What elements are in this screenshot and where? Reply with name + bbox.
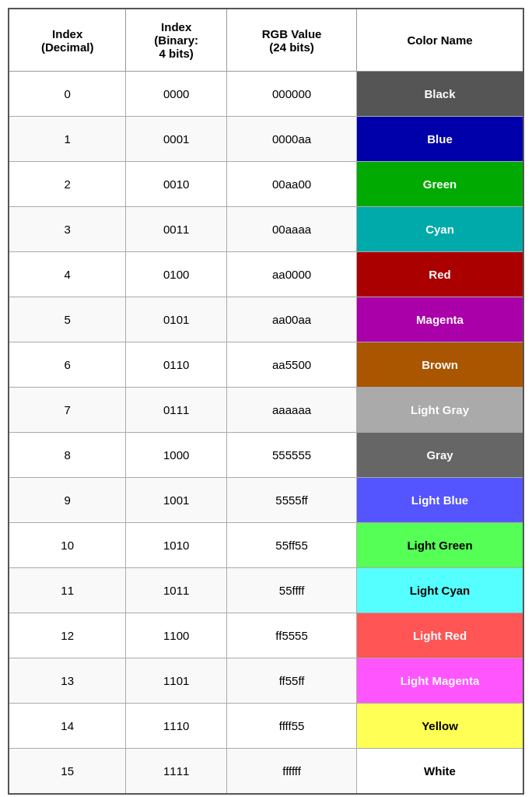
table-row: 3001100aaaaCyan [9,207,523,252]
cell-index-decimal: 8 [9,433,126,478]
cell-rgb: aa5500 [227,342,357,388]
cell-color-name: Blue [357,117,523,162]
color-table: Index(Decimal) Index(Binary:4 bits) RGB … [8,8,524,795]
cell-color-name: Yellow [357,704,523,749]
cell-rgb: ff55ff [227,658,357,704]
table-row: 60110aa5500Brown [9,342,523,388]
cell-index-decimal: 6 [9,342,126,388]
cell-rgb: ff5555 [227,613,357,658]
cell-rgb: ffff55 [227,704,357,749]
cell-rgb: 000000 [227,72,357,117]
cell-color-name: Gray [357,433,523,478]
table-row: 910015555ffLight Blue [9,478,523,523]
table-row: 2001000aa00Green [9,162,523,207]
cell-index-binary: 0000 [126,72,227,117]
cell-rgb: 55ff55 [227,523,357,568]
table-row: 100010000aaBlue [9,117,523,162]
cell-rgb: 00aaaa [227,207,357,252]
header-color-name: Color Name [357,9,523,72]
cell-index-decimal: 3 [9,207,126,252]
cell-index-decimal: 15 [9,749,126,794]
cell-rgb: 55ffff [227,568,357,613]
cell-index-binary: 1101 [126,658,227,704]
cell-color-name: Light Cyan [357,568,523,613]
cell-index-decimal: 10 [9,523,126,568]
cell-color-name: Light Green [357,523,523,568]
cell-index-binary: 0001 [126,117,227,162]
cell-color-name: Light Magenta [357,658,523,704]
cell-index-binary: 1110 [126,704,227,749]
table-row: 11101155ffffLight Cyan [9,568,523,613]
cell-color-name: Light Blue [357,478,523,523]
cell-index-binary: 0101 [126,297,227,342]
cell-color-name: Brown [357,342,523,388]
header-index-binary: Index(Binary:4 bits) [126,9,227,72]
cell-color-name: Light Red [357,613,523,658]
cell-index-binary: 1100 [126,613,227,658]
cell-index-decimal: 0 [9,72,126,117]
table-row: 40100aa0000Red [9,252,523,297]
cell-rgb: aaaaaa [227,388,357,433]
cell-color-name: Light Gray [357,388,523,433]
cell-index-binary: 0011 [126,207,227,252]
table-row: 00000000000Black [9,72,523,117]
cell-index-decimal: 5 [9,297,126,342]
table-row: 121100ff5555Light Red [9,613,523,658]
cell-index-binary: 1000 [126,433,227,478]
table-row: 131101ff55ffLight Magenta [9,658,523,704]
cell-color-name: Magenta [357,297,523,342]
cell-color-name: Black [357,72,523,117]
table-row: 10101055ff55Light Green [9,523,523,568]
cell-rgb: 0000aa [227,117,357,162]
table-row: 70111aaaaaaLight Gray [9,388,523,433]
cell-index-binary: 1010 [126,523,227,568]
cell-index-decimal: 11 [9,568,126,613]
cell-index-binary: 0010 [126,162,227,207]
cell-index-decimal: 7 [9,388,126,433]
cell-rgb: 5555ff [227,478,357,523]
cell-rgb: aa00aa [227,297,357,342]
cell-color-name: Cyan [357,207,523,252]
cell-rgb: aa0000 [227,252,357,297]
cell-rgb: 00aa00 [227,162,357,207]
cell-index-binary: 1001 [126,478,227,523]
cell-index-decimal: 1 [9,117,126,162]
cell-color-name: Green [357,162,523,207]
cell-rgb: 555555 [227,433,357,478]
cell-index-decimal: 14 [9,704,126,749]
cell-index-decimal: 4 [9,252,126,297]
table-row: 141110ffff55Yellow [9,704,523,749]
cell-index-decimal: 13 [9,658,126,704]
cell-index-binary: 1011 [126,568,227,613]
table-row: 81000555555Gray [9,433,523,478]
cell-rgb: ffffff [227,749,357,794]
cell-color-name: White [357,749,523,794]
cell-index-binary: 1111 [126,749,227,794]
cell-index-decimal: 12 [9,613,126,658]
table-row: 50101aa00aaMagenta [9,297,523,342]
header-rgb: RGB Value(24 bits) [227,9,357,72]
cell-index-binary: 0100 [126,252,227,297]
cell-color-name: Red [357,252,523,297]
table-row: 151111ffffffWhite [9,749,523,794]
header-index-decimal: Index(Decimal) [9,9,126,72]
cell-index-decimal: 2 [9,162,126,207]
cell-index-binary: 0111 [126,388,227,433]
cell-index-decimal: 9 [9,478,126,523]
cell-index-binary: 0110 [126,342,227,388]
